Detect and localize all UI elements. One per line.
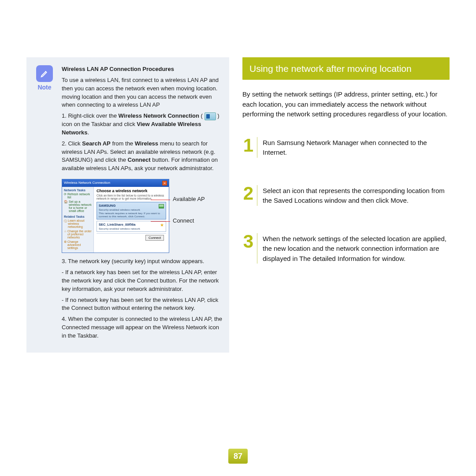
right-column: Using the network after moving location … (242, 57, 450, 353)
callout-available-ap: Available AP (173, 196, 205, 202)
step-number: 3 (242, 233, 257, 264)
refresh-item: ⟳Refresh network list (64, 193, 92, 199)
pencil-icon (36, 65, 53, 82)
step-1: 1 Run Samsung Network Manager when conne… (242, 137, 450, 158)
note-step3: 3. The network key (security key) input … (62, 257, 222, 266)
step-text: Select an icon that represents the corre… (263, 185, 450, 206)
close-icon: × (162, 181, 167, 186)
section-title: Using the network after moving location (242, 57, 450, 80)
dialog-main: Choose a wireless network Click an item … (94, 187, 169, 253)
star-icon: ★ (160, 223, 164, 227)
note-step3a: - If a network key has been set for the … (62, 268, 222, 294)
step-2: 2 Select an icon that represents the cor… (242, 185, 450, 206)
signal-icon (159, 204, 164, 208)
note-label: Note (33, 84, 56, 91)
note-panel: Note Wireless LAN AP Connection Procedur… (26, 57, 229, 353)
wireless-connection-dialog: Wireless Network Connection × Network Ta… (62, 179, 169, 253)
step-number: 2 (242, 185, 257, 206)
advanced-item: ⚙Change advanced settings (64, 240, 92, 249)
step-number: 1 (242, 137, 257, 158)
step-text: When the network settings of the selecte… (263, 233, 450, 264)
connect-button: Connect (145, 235, 164, 241)
setup-item: 🏠Set up a wireless network for a home or… (64, 200, 92, 212)
callout-connect: Connect (173, 217, 205, 224)
learn-item: ⓘLearn about wireless networking (64, 219, 92, 228)
note-step4: 4. When the computer is connected to the… (62, 315, 222, 340)
page-number: 87 (228, 449, 248, 464)
section-intro: By setting the network settings (IP addr… (242, 89, 450, 119)
dialog-titlebar: Wireless Network Connection × (62, 179, 169, 187)
step-text: Run Samsung Network Manager when connect… (263, 137, 450, 158)
network-item-selected: SAMSUNG Security-enabled wireless networ… (97, 202, 166, 219)
order-item: ☆Change the order of preferred networks (64, 230, 92, 239)
note-step3b: - If no network key has been set for the… (62, 296, 222, 313)
dialog-sidebar: Network Tasks ⟳Refresh network list 🏠Set… (62, 187, 94, 253)
network-item: ★ SEC_LinkShare_00f56a Security-enabled … (97, 221, 166, 232)
wireless-taskbar-icon (205, 112, 216, 120)
note-title: Wireless LAN AP Connection Procedures (62, 66, 174, 72)
step-3: 3 When the network settings of the selec… (242, 233, 450, 264)
note-body: Wireless LAN AP Connection Procedures To… (62, 65, 222, 175)
note-intro: To use a wireless LAN, first connect to … (62, 76, 222, 109)
